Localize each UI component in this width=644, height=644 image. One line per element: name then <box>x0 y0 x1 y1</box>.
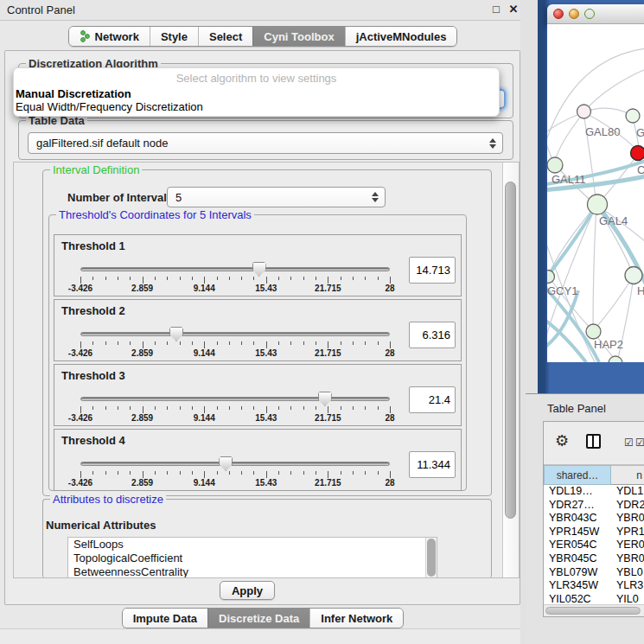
tick-label: 28 <box>385 348 394 358</box>
float-window-icon[interactable]: □ <box>489 3 503 16</box>
numerical-attributes-list[interactable]: SelfLoopsTopologicalCoefficientBetweenne… <box>67 537 437 578</box>
tab-impute-data[interactable]: Impute Data <box>123 609 207 628</box>
cell-name[interactable]: YIL0 <box>611 593 644 604</box>
table-row[interactable]: YER054CYER0 <box>544 539 644 552</box>
table-row[interactable]: YIL052CYIL0 <box>544 593 644 604</box>
tick-label: 15.43 <box>255 478 277 488</box>
close-traffic-light-icon[interactable] <box>553 9 564 19</box>
vertical-scrollbar[interactable] <box>502 163 519 577</box>
cell-name[interactable]: YBR0 <box>611 552 644 566</box>
table-data-combobox[interactable]: galFiltered.sif default node <box>28 132 503 154</box>
threshold-2-slider[interactable]: -3.4262.8599.14415.4321.71528 <box>80 328 390 360</box>
scrollbar-thumb[interactable] <box>505 182 516 519</box>
slider-knob[interactable] <box>219 456 233 471</box>
numerical-attributes-label: Numerical Attributes <box>46 519 156 532</box>
cell-shared-name[interactable]: YIL052C <box>544 593 611 604</box>
cell-shared-name[interactable]: YBR043C <box>544 512 611 526</box>
tab-style[interactable]: Style <box>150 27 198 46</box>
network-node-gcy1[interactable] <box>547 271 555 284</box>
table-row[interactable]: YPR145WYPR1 <box>544 526 644 539</box>
cell-shared-name[interactable]: YDL19… <box>544 485 611 499</box>
network-node[interactable] <box>609 356 622 362</box>
attribute-list-item[interactable]: BetweennessCentrality <box>68 565 437 578</box>
tab-cyni-toolbox[interactable]: Cyni Toolbox <box>252 27 344 46</box>
slider-knob[interactable] <box>318 392 332 406</box>
attribute-list-item[interactable]: SelfLoops <box>68 538 437 552</box>
tab-discretize-data[interactable]: Discretize Data <box>207 609 309 628</box>
tab-select[interactable]: Select <box>198 27 252 46</box>
cell-shared-name[interactable]: YER054C <box>544 539 611 552</box>
threshold-4-slider[interactable]: -3.4262.8599.14415.4321.71528 <box>80 457 390 490</box>
number-of-intervals-label: Number of Intervals <box>67 191 173 204</box>
network-node-c[interactable] <box>631 146 644 161</box>
cell-shared-name[interactable]: YBL079W <box>544 566 611 580</box>
column-header-shared-name[interactable]: shared… <box>544 465 611 485</box>
slider-knob[interactable] <box>252 262 266 277</box>
threshold-2-value-field[interactable]: 6.316 <box>409 322 456 348</box>
cell-shared-name[interactable]: YDR27… <box>544 499 611 513</box>
threshold-3-value-field[interactable]: 21.4 <box>409 386 456 413</box>
list-scrollbar[interactable] <box>425 538 437 577</box>
table-row[interactable]: YLR345WYLR3 <box>544 579 644 593</box>
tab-infer-network[interactable]: Infer Network <box>309 609 403 628</box>
cell-name[interactable]: YBL0 <box>611 566 644 580</box>
checkbox-icon[interactable]: ☑ <box>635 437 644 449</box>
network-node-hap2[interactable] <box>586 324 601 339</box>
slider-track[interactable] <box>80 397 390 401</box>
tick-label: 21.715 <box>315 413 341 423</box>
algorithm-option-equal-width[interactable]: Equal Width/Frequency Discretization <box>16 100 497 113</box>
slider-track[interactable] <box>80 332 390 336</box>
threshold-3-slider[interactable]: -3.4262.8599.14415.4321.71528 <box>80 392 390 425</box>
number-of-intervals-combobox[interactable]: 5 <box>167 187 386 207</box>
slider-tick-labels: -3.4262.8599.14415.4321.71528 <box>80 284 390 294</box>
zoom-traffic-light-icon[interactable] <box>584 9 595 19</box>
cell-name[interactable]: YDL1 <box>611 485 644 499</box>
apply-button[interactable]: Apply <box>220 581 275 600</box>
cell-name[interactable]: YBR0 <box>611 512 644 526</box>
settings-scrollpane: Interval Definition Number of Intervals … <box>13 162 520 578</box>
threshold-1-value-field[interactable]: 14.713 <box>409 257 456 284</box>
column-layout-icon[interactable] <box>586 434 601 449</box>
node-label: GA <box>636 126 644 139</box>
cell-name[interactable]: YER0 <box>611 539 644 552</box>
cell-name[interactable]: YPR1 <box>611 526 644 539</box>
tick-label: 21.715 <box>315 478 341 488</box>
close-icon[interactable]: ✕ <box>507 3 520 16</box>
slider-ticks <box>80 277 390 284</box>
table-panel-box: ⚙ ☑ ☑ shared… n YDL19…YDL1YDR27…YDR2YBR0… <box>543 421 644 617</box>
network-node-gal80[interactable] <box>577 105 591 118</box>
table-row[interactable]: YBR045CYBR0 <box>544 552 644 566</box>
threshold-1-slider[interactable]: -3.4262.8599.14415.4321.71528 <box>80 263 390 296</box>
column-header-name[interactable]: n <box>611 465 644 485</box>
network-node-gal4[interactable] <box>588 194 608 214</box>
tick-label: 28 <box>385 284 394 293</box>
cell-name[interactable]: YLR3 <box>611 579 644 593</box>
tab-network[interactable]: Network <box>69 27 150 46</box>
gear-icon[interactable]: ⚙ <box>555 433 569 449</box>
table-row[interactable]: YDR27…YDR2 <box>544 499 644 513</box>
threshold-4-value-field[interactable]: 11.344 <box>409 451 456 478</box>
horizontal-scrollbar-thumb[interactable] <box>545 607 641 615</box>
network-node-h[interactable] <box>625 267 642 284</box>
minimize-traffic-light-icon[interactable] <box>569 9 579 19</box>
network-node-gal11[interactable] <box>547 157 563 173</box>
algorithm-option-manual[interactable]: Manual Discretization <box>16 87 497 100</box>
table-row[interactable]: YDL19…YDL1 <box>544 485 644 499</box>
tab-jactivemnodules[interactable]: jActiveMNodules <box>345 27 457 46</box>
list-scrollbar-thumb[interactable] <box>427 539 436 577</box>
slider-knob[interactable] <box>169 327 183 341</box>
horizontal-scrollbar[interactable] <box>544 604 644 616</box>
table-row[interactable]: YBR043CYBR0 <box>544 512 644 526</box>
checkbox-icon[interactable]: ☑ <box>624 437 634 449</box>
attribute-list-item[interactable]: TopologicalCoefficient <box>68 552 437 565</box>
slider-track[interactable] <box>80 267 390 271</box>
tick-label: 15.43 <box>255 413 277 423</box>
network-node-ga[interactable] <box>626 109 640 123</box>
cell-name[interactable]: YDR2 <box>611 499 644 513</box>
table-row[interactable]: YBL079WYBL0 <box>544 566 644 580</box>
cell-shared-name[interactable]: YPR145W <box>544 526 611 539</box>
cell-shared-name[interactable]: YBR045C <box>544 552 611 566</box>
network-view[interactable]: GAL80GACGAL11GAL4GCY1HHAP2 <box>547 24 644 362</box>
cell-shared-name[interactable]: YLR345W <box>544 579 611 593</box>
slider-track[interactable] <box>80 462 390 466</box>
